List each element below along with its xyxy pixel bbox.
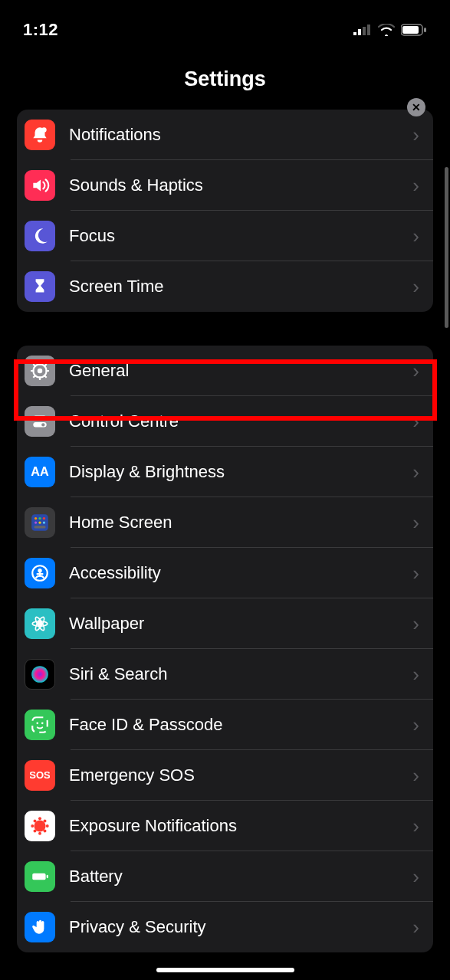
- settings-group: Notifications›Sounds & Haptics›Focus›Scr…: [17, 110, 433, 312]
- row-battery[interactable]: Battery›: [17, 851, 433, 902]
- svg-rect-2: [363, 27, 366, 35]
- hourglass-icon: [25, 271, 55, 302]
- chevron-right-icon: ›: [412, 562, 419, 585]
- grid-icon: [25, 507, 55, 538]
- row-faceid[interactable]: Face ID & Passcode›: [17, 700, 433, 750]
- row-label: Face ID & Passcode: [69, 715, 412, 735]
- row-accessibility[interactable]: Accessibility›: [17, 548, 433, 598]
- aa-icon: [25, 457, 55, 487]
- flower-icon: [25, 608, 55, 639]
- chevron-right-icon: ›: [412, 713, 419, 737]
- chevron-right-icon: ›: [412, 123, 419, 147]
- row-label: Display & Brightness: [69, 462, 412, 482]
- row-label: Home Screen: [69, 513, 412, 533]
- person-icon: [25, 558, 55, 588]
- row-exposure[interactable]: Exposure Notifications›: [17, 801, 433, 851]
- chevron-right-icon: ›: [412, 461, 419, 484]
- chevron-right-icon: ›: [412, 663, 419, 687]
- svg-rect-3: [367, 25, 370, 35]
- row-focus[interactable]: Focus›: [17, 211, 433, 261]
- status-icons: [353, 24, 427, 36]
- status-time: 1:12: [23, 20, 58, 40]
- row-notifications[interactable]: Notifications›: [17, 110, 433, 160]
- svg-rect-1: [358, 29, 361, 35]
- chevron-right-icon: ›: [412, 916, 419, 939]
- chevron-right-icon: ›: [412, 410, 419, 434]
- covid-icon: [25, 811, 55, 841]
- speaker-icon: [25, 170, 55, 201]
- chevron-right-icon: ›: [412, 359, 419, 383]
- row-privacy[interactable]: Privacy & Security›: [17, 902, 433, 952]
- siri-icon: [25, 659, 55, 690]
- chevron-right-icon: ›: [412, 511, 419, 535]
- row-label: Accessibility: [69, 563, 412, 583]
- row-homescreen[interactable]: Home Screen›: [17, 497, 433, 548]
- row-label: Notifications: [69, 125, 412, 145]
- row-label: Siri & Search: [69, 664, 412, 684]
- settings-scroll[interactable]: Notifications›Sounds & Haptics›Focus›Scr…: [0, 110, 450, 952]
- row-label: Screen Time: [69, 277, 412, 297]
- row-display[interactable]: Display & Brightness›: [17, 447, 433, 497]
- row-label: Sounds & Haptics: [69, 175, 412, 195]
- row-wallpaper[interactable]: Wallpaper›: [17, 598, 433, 649]
- row-label: Wallpaper: [69, 614, 412, 634]
- battery-icon: [401, 24, 427, 36]
- row-label: Control Centre: [69, 411, 412, 431]
- hand-icon: [25, 912, 55, 942]
- row-screentime[interactable]: Screen Time›: [17, 261, 433, 312]
- chevron-right-icon: ›: [412, 865, 419, 889]
- row-general[interactable]: General›: [17, 346, 433, 396]
- scroll-indicator[interactable]: [445, 167, 448, 328]
- row-label: Exposure Notifications: [69, 816, 412, 836]
- chevron-right-icon: ›: [412, 225, 419, 248]
- row-sounds[interactable]: Sounds & Haptics›: [17, 160, 433, 211]
- face-icon: [25, 710, 55, 740]
- cellular-icon: [353, 25, 372, 35]
- svg-rect-0: [353, 32, 356, 35]
- svg-rect-6: [424, 28, 426, 32]
- chevron-right-icon: ›: [412, 764, 419, 788]
- home-indicator[interactable]: [156, 968, 294, 972]
- battery-icon: [25, 861, 55, 892]
- row-label: Privacy & Security: [69, 917, 412, 937]
- row-label: General: [69, 361, 412, 381]
- sos-icon: [25, 760, 55, 791]
- toggles-icon: [25, 406, 55, 437]
- row-label: Emergency SOS: [69, 765, 412, 785]
- svg-rect-5: [402, 26, 419, 34]
- chevron-right-icon: ›: [412, 612, 419, 636]
- gear-icon: [25, 356, 55, 386]
- chevron-right-icon: ›: [412, 814, 419, 838]
- wifi-icon: [378, 24, 395, 36]
- chevron-right-icon: ›: [412, 275, 419, 299]
- row-sos[interactable]: Emergency SOS›: [17, 750, 433, 801]
- moon-icon: [25, 221, 55, 251]
- bell-icon: [25, 120, 55, 150]
- settings-group: General›Control Centre›Display & Brightn…: [17, 346, 433, 952]
- row-label: Battery: [69, 867, 412, 887]
- status-bar: 1:12: [0, 0, 450, 46]
- row-controlcentre[interactable]: Control Centre›: [17, 396, 433, 447]
- chevron-right-icon: ›: [412, 174, 419, 198]
- row-siri[interactable]: Siri & Search›: [17, 649, 433, 700]
- row-label: Focus: [69, 226, 412, 246]
- page-title: Settings: [0, 46, 450, 110]
